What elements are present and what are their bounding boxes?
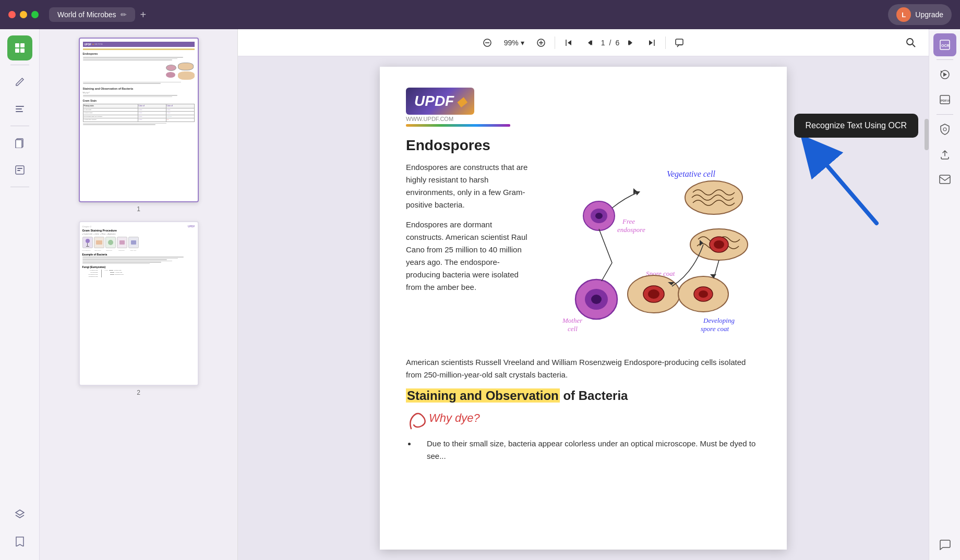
svg-text:Vegetative cell: Vegetative cell [667, 169, 715, 179]
sidebar-item-layers[interactable] [7, 502, 32, 527]
titlebar: World of Microbes ✏ + L Upgrade [0, 0, 960, 29]
minimize-button[interactable] [20, 11, 27, 18]
tab-title: World of Microbes [57, 10, 116, 19]
svg-point-36 [595, 213, 603, 219]
tab-area: World of Microbes ✏ + [49, 7, 888, 22]
thumbnail-page-1[interactable]: UPDF ■ BACTERIA Endospores [79, 38, 199, 213]
toolbar-divider-2 [665, 36, 666, 49]
endospores-para2: Endospores are dormant constructs. Ameri… [406, 218, 531, 294]
svg-rect-6 [16, 111, 23, 112]
endospores-para3: American scientists Russell Vreeland and… [406, 356, 761, 381]
sidebar-item-pages[interactable] [7, 130, 32, 155]
why-dye-text: Why dye? [429, 411, 480, 425]
avatar: L [896, 7, 911, 22]
svg-text:Free: Free [622, 217, 635, 225]
svg-text:endospore: endospore [617, 226, 645, 234]
last-page-button[interactable] [642, 33, 661, 52]
upload-button[interactable] [933, 143, 956, 166]
thumb-card-2[interactable]: Chapter 2 UPDF Gram Staining Procedure ●… [79, 221, 199, 386]
svg-rect-1 [20, 43, 25, 47]
sidebar-divider-3 [10, 187, 29, 187]
next-page-button[interactable] [621, 33, 640, 52]
zoom-value: 99% [504, 39, 519, 47]
sidebar-item-annotate[interactable] [7, 96, 32, 121]
svg-point-39 [591, 295, 602, 304]
svg-rect-11 [17, 170, 20, 171]
curl-decoration [406, 410, 427, 431]
zoom-out-button[interactable] [478, 33, 497, 52]
svg-rect-3 [20, 48, 25, 53]
svg-text:cell: cell [568, 325, 578, 333]
svg-point-33 [714, 240, 724, 249]
bullet-point-1: Due to their small size, bacteria appear… [416, 437, 761, 462]
sidebar-item-thumbnails[interactable] [7, 35, 32, 60]
upgrade-label: Upgrade [915, 10, 943, 19]
prev-page-button[interactable] [580, 33, 599, 52]
staining-highlight: Staining and Observation [406, 388, 560, 403]
thumbnail-page-2[interactable]: Chapter 2 UPDF Gram Staining Procedure ●… [79, 221, 199, 396]
comment-button[interactable] [670, 33, 689, 52]
ocr-arrow [783, 129, 887, 236]
chat-button[interactable] [933, 533, 956, 556]
svg-point-45 [699, 290, 708, 298]
thumb-page-num-2: 2 [137, 389, 140, 396]
zoom-in-button[interactable] [532, 33, 550, 52]
svg-rect-19 [676, 39, 683, 45]
svg-text:OCR: OCR [941, 44, 950, 47]
thumb-card-1[interactable]: UPDF ■ BACTERIA Endospores [79, 38, 199, 202]
updf-logo-text: UPDF [414, 93, 454, 109]
svg-rect-57 [940, 175, 950, 184]
toolbar: 99% ▾ 1 / 6 [238, 29, 929, 56]
updf-website: WWW.UPDF.COM [406, 116, 510, 122]
page-navigation: 1 / 6 [601, 39, 619, 47]
svg-point-56 [943, 128, 946, 131]
staining-rest: of Bacteria [563, 388, 628, 403]
sidebar-item-bookmark[interactable] [7, 529, 32, 554]
svg-text:spore coat: spore coat [701, 325, 729, 333]
main-layout: UPDF ■ BACTERIA Endospores [0, 29, 960, 560]
svg-point-30 [685, 181, 742, 214]
document-area: UPDF ◆ WWW.UPDF.COM Endospores Endospore… [238, 56, 929, 560]
endospores-para1: Endospores are constructs that are highl… [406, 161, 531, 211]
scrollbar-thumb[interactable] [925, 119, 929, 150]
current-page: 1 [601, 39, 605, 47]
maximize-button[interactable] [31, 11, 39, 18]
document-page: UPDF ◆ WWW.UPDF.COM Endospores Endospore… [380, 67, 787, 550]
endospores-title: Endospores [406, 137, 761, 154]
sidebar-item-forms[interactable] [7, 157, 32, 182]
active-tab[interactable]: World of Microbes ✏ [49, 7, 135, 22]
zoom-display[interactable]: 99% ▾ [499, 36, 530, 49]
ocr-tooltip-text: Recognize Text Using OCR [806, 121, 907, 130]
pdfa-button[interactable]: PDF/A [933, 88, 956, 111]
zoom-arrow-icon: ▾ [521, 39, 524, 47]
right-divider-2 [937, 114, 953, 115]
ocr-tooltip: Recognize Text Using OCR [794, 114, 918, 138]
convert-button[interactable] [933, 63, 956, 86]
total-pages: 6 [615, 39, 619, 47]
sidebar-divider-2 [10, 126, 29, 126]
upgrade-button[interactable]: L Upgrade [888, 4, 952, 25]
close-button[interactable] [8, 11, 16, 18]
add-tab-button[interactable]: + [140, 9, 147, 21]
traffic-lights [8, 11, 39, 18]
page-separator: / [609, 39, 611, 47]
svg-rect-10 [17, 168, 22, 169]
svg-point-20 [907, 39, 913, 45]
ocr-button[interactable]: OCR [933, 33, 956, 56]
mail-button[interactable] [933, 168, 956, 191]
secure-button[interactable] [933, 118, 956, 141]
svg-rect-4 [16, 106, 24, 107]
svg-point-42 [648, 289, 659, 299]
svg-line-21 [913, 44, 915, 47]
first-page-button[interactable] [559, 33, 578, 52]
endospore-diagram: Vegetative cell Free endospore Spore coa… [542, 161, 761, 349]
search-button[interactable] [902, 33, 920, 52]
svg-rect-8 [16, 140, 22, 148]
svg-text:Mother: Mother [562, 316, 583, 324]
content-area: 99% ▾ 1 / 6 [238, 29, 929, 560]
staining-title: Staining and Observation of Bacteria [406, 388, 761, 403]
sidebar-item-edit[interactable] [7, 69, 32, 94]
thumbnail-panel: UPDF ■ BACTERIA Endospores [40, 29, 238, 560]
left-sidebar [0, 29, 40, 560]
edit-icon[interactable]: ✏ [121, 10, 127, 19]
